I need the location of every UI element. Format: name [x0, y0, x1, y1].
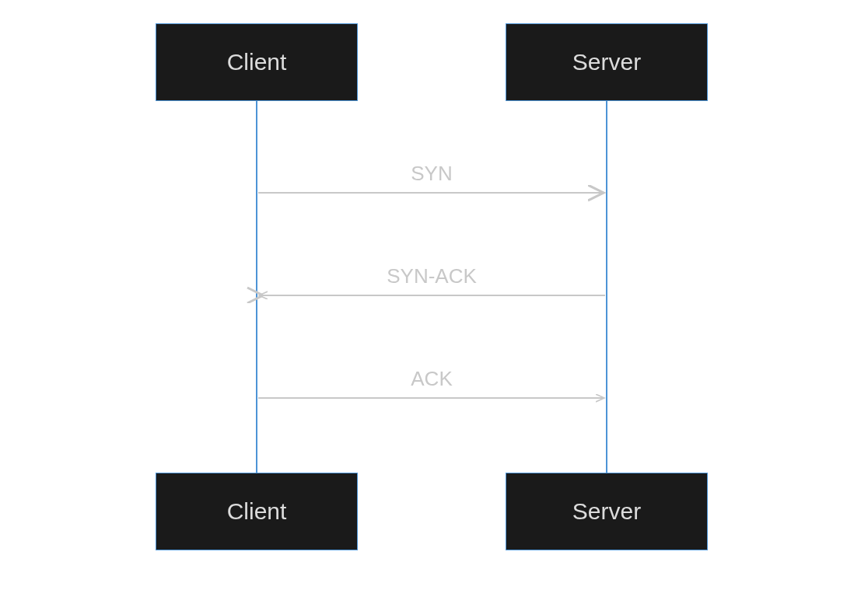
- msg-label-1: SYN: [237, 162, 626, 186]
- msg-label-3: ACK: [237, 367, 626, 391]
- message-arrows-layer: [0, 0, 868, 597]
- sequence-diagram: Client Server Client Server: [0, 0, 868, 597]
- msg-label-2: SYN-ACK: [237, 264, 626, 288]
